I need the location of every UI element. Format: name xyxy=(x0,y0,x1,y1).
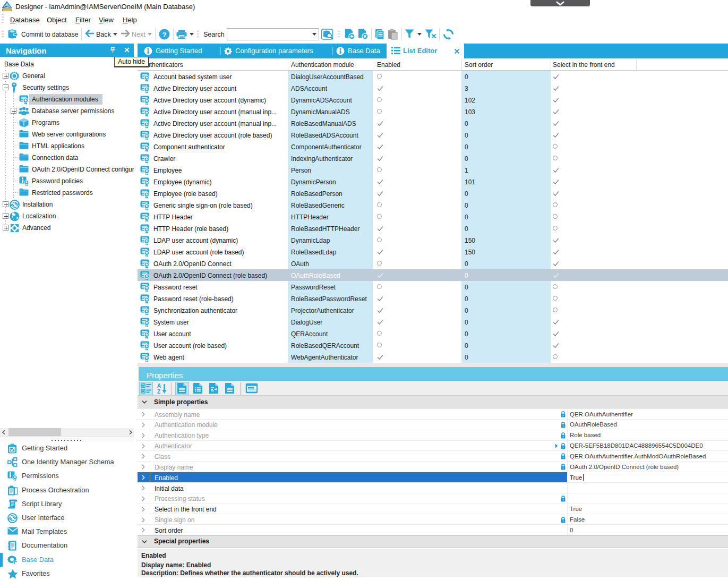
svg-text:A: A xyxy=(157,383,161,389)
svg-text:?: ? xyxy=(162,31,166,39)
svg-text:Z: Z xyxy=(157,389,160,394)
